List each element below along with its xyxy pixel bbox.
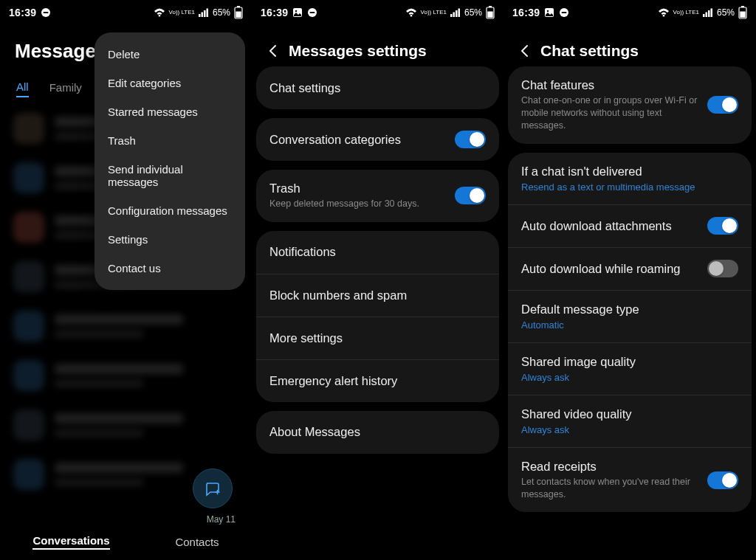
menu-configuration-messages[interactable]: Configuration messages — [94, 196, 245, 225]
row-chat-settings[interactable]: Chat settings — [256, 66, 499, 109]
menu-contact-us[interactable]: Contact us — [94, 254, 245, 283]
status-time: 16:39 — [512, 7, 540, 18]
lte-label: Vo)) LTE1 — [421, 10, 447, 15]
chevron-left-icon — [518, 44, 532, 58]
row-more-settings[interactable]: More settings — [256, 317, 499, 359]
row-label: About Messages — [269, 425, 478, 439]
toggle-conversation-categories[interactable] — [455, 131, 486, 148]
row-label: Block numbers and spam — [269, 288, 478, 303]
row-label: More settings — [269, 331, 478, 345]
new-conversation-fab[interactable] — [193, 469, 233, 508]
screen-messages: 16:39 Vo)) LTE1 65% Messages — [0, 0, 252, 560]
row-value: Always ask — [521, 424, 731, 435]
toggle-chat-features[interactable] — [707, 96, 738, 114]
menu-send-individual[interactable]: Send individual messages — [94, 155, 245, 196]
row-label: Conversation categories — [269, 133, 447, 147]
wifi-icon — [154, 8, 165, 17]
page-title: Messages settings — [289, 42, 427, 60]
toggle-read-receipts[interactable] — [707, 471, 738, 489]
notification-dot-icon — [559, 7, 569, 18]
row-label: Auto download while roaming — [521, 262, 700, 276]
row-auto-download[interactable]: Auto download attachments — [508, 204, 752, 247]
battery-icon — [234, 6, 243, 19]
svg-rect-4 — [201, 13, 203, 18]
battery-icon — [738, 6, 747, 19]
row-read-receipts[interactable]: Read receipts Let contacts know when you… — [508, 447, 752, 513]
row-emergency-alert[interactable]: Emergency alert history — [256, 359, 499, 402]
status-bar: 16:39 Vo)) LTE1 65% — [0, 0, 252, 25]
row-auto-download-roaming[interactable]: Auto download while roaming — [508, 247, 752, 290]
row-trash[interactable]: Trash Keep deleted messages for 30 days. — [256, 170, 499, 222]
screen-chat-settings: 16:39 Vo)) LTE1 65% Chat settings — [504, 0, 756, 560]
svg-rect-27 — [703, 14, 705, 17]
row-label: Chat settings — [269, 81, 478, 95]
signal-icon — [703, 8, 713, 17]
row-notifications[interactable]: Notifications — [256, 231, 499, 274]
signal-icon — [450, 8, 461, 17]
row-block-numbers[interactable]: Block numbers and spam — [256, 274, 499, 317]
row-label: Shared image quality — [521, 355, 731, 369]
svg-point-23 — [547, 10, 549, 12]
back-button[interactable] — [515, 41, 535, 61]
nav-conversations[interactable]: Conversations — [32, 534, 109, 550]
row-shared-video-quality[interactable]: Shared video quality Always ask — [508, 395, 752, 447]
row-label: Chat features — [521, 78, 700, 92]
chevron-left-icon — [266, 44, 281, 58]
toggle-auto-download[interactable] — [707, 217, 738, 235]
row-value: Automatic — [521, 319, 731, 331]
list-item[interactable] — [0, 400, 252, 449]
row-about-messages[interactable]: About Messages — [256, 411, 499, 454]
tab-family[interactable]: Family — [49, 81, 82, 97]
list-item[interactable] — [0, 350, 252, 400]
menu-edit-categories[interactable]: Edit categories — [94, 69, 245, 97]
tab-all[interactable]: All — [16, 80, 29, 97]
notification-dot-icon — [41, 7, 51, 18]
row-sublabel: Chat one-on-one or in groups over Wi-Fi … — [521, 94, 700, 132]
svg-rect-1 — [44, 12, 49, 13]
row-if-not-delivered[interactable]: If a chat isn't delivered Resend as a te… — [508, 153, 752, 204]
list-item[interactable] — [0, 301, 252, 350]
status-time: 16:39 — [261, 7, 288, 18]
battery-icon — [486, 6, 495, 19]
svg-rect-13 — [310, 12, 315, 13]
toggle-auto-download-roaming[interactable] — [707, 260, 738, 277]
menu-starred-messages[interactable]: Starred messages — [94, 97, 245, 126]
row-chat-features[interactable]: Chat features Chat one-on-one or in grou… — [508, 66, 752, 144]
row-conversation-categories[interactable]: Conversation categories — [256, 118, 499, 161]
row-label: Shared video quality — [521, 407, 731, 421]
svg-rect-6 — [206, 9, 208, 18]
svg-rect-3 — [199, 14, 201, 17]
battery-percent: 65% — [213, 7, 230, 18]
status-time: 16:39 — [9, 7, 36, 18]
page-title: Messages — [15, 40, 106, 63]
menu-settings[interactable]: Settings — [94, 225, 245, 254]
lte-label: Vo)) LTE1 — [169, 10, 195, 15]
menu-delete[interactable]: Delete — [94, 40, 245, 69]
svg-rect-29 — [708, 10, 710, 17]
notification-dot-icon — [307, 7, 317, 18]
row-default-message-type[interactable]: Default message type Automatic — [508, 290, 752, 342]
gallery-notif-icon — [544, 7, 554, 18]
svg-point-2 — [158, 15, 160, 17]
row-label: If a chat isn't delivered — [521, 165, 731, 179]
row-value: Always ask — [521, 372, 731, 383]
svg-rect-30 — [710, 9, 712, 18]
row-label: Read receipts — [521, 460, 700, 474]
svg-rect-16 — [453, 13, 455, 18]
menu-trash[interactable]: Trash — [94, 126, 245, 155]
signal-icon — [199, 8, 209, 17]
row-sublabel: Keep deleted messages for 30 days. — [269, 198, 447, 210]
status-bar: 16:39 Vo)) LTE1 65% — [504, 0, 756, 25]
svg-rect-25 — [562, 12, 567, 13]
back-button[interactable] — [264, 41, 283, 61]
row-label: Default message type — [521, 303, 731, 317]
overflow-menu: Delete Edit categories Starred messages … — [94, 32, 245, 290]
svg-rect-9 — [236, 12, 241, 18]
status-bar: 16:39 Vo)) LTE1 65% — [252, 0, 504, 25]
new-chat-icon — [204, 480, 221, 497]
row-shared-image-quality[interactable]: Shared image quality Always ask — [508, 342, 752, 395]
toggle-trash[interactable] — [455, 187, 486, 204]
nav-contacts[interactable]: Contacts — [175, 536, 219, 548]
svg-point-11 — [295, 10, 297, 12]
svg-rect-17 — [456, 10, 458, 17]
